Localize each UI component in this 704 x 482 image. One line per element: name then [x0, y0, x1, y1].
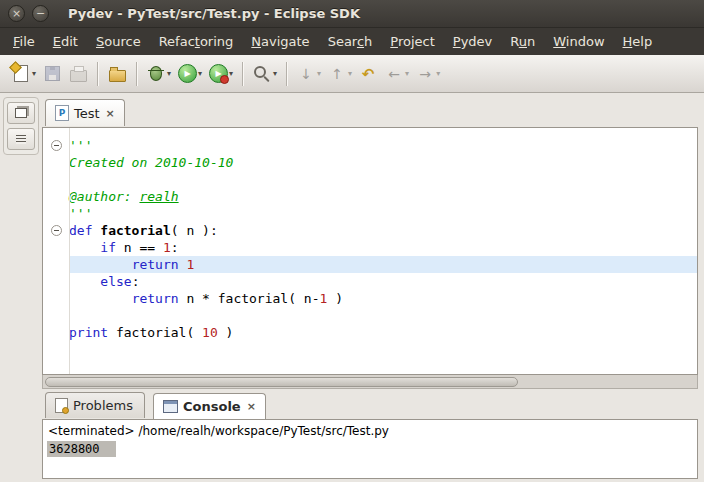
code-token: realh [139, 189, 178, 204]
next-annotation-icon: ↓ [296, 64, 316, 84]
new-document-icon [11, 64, 31, 84]
debug-button[interactable]: ▾ [143, 62, 174, 86]
title-bar: × − Pydev - PyTest/src/Test.py - Eclipse… [0, 0, 704, 28]
debug-bug-icon [146, 64, 166, 84]
chevron-down-icon[interactable]: ▾ [198, 69, 202, 78]
tab-close-icon[interactable]: × [247, 401, 256, 412]
code-line[interactable]: def factorial( n ): [43, 222, 697, 239]
code-editor[interactable]: '''Created on 2010-10-10@author: realh''… [42, 127, 698, 375]
code-line[interactable]: print factorial( 10 ) [43, 324, 697, 341]
chevron-down-icon[interactable]: ▾ [273, 69, 277, 78]
chevron-down-icon[interactable]: ▾ [229, 69, 233, 78]
restore-icon [15, 108, 27, 118]
menu-item-edit[interactable]: Edit [44, 29, 87, 55]
code-line[interactable] [43, 171, 697, 188]
collapse-icon[interactable] [51, 225, 62, 236]
fast-view-box [3, 97, 39, 155]
code-line[interactable]: return 1 [43, 256, 697, 273]
code-token: else [100, 274, 131, 289]
menu-item-window[interactable]: Window [544, 29, 613, 55]
tab-label: Problems [73, 398, 133, 413]
external-tools-icon: ▶ [208, 64, 228, 84]
chevron-down-icon: ▾ [348, 69, 352, 78]
menu-item-help[interactable]: Help [614, 29, 662, 55]
last-edit-location-button[interactable]: ↶ [355, 62, 381, 86]
chevron-down-icon: ▾ [436, 69, 440, 78]
code-token: return [132, 291, 179, 306]
editor-tab-row: P Test × [42, 99, 698, 127]
fold-margin [43, 273, 69, 290]
code-line[interactable]: else: [43, 273, 697, 290]
tab-test[interactable]: P Test × [45, 99, 125, 126]
toolbar-separator [97, 62, 98, 86]
code-line[interactable]: Created on 2010-10-10 [43, 154, 697, 171]
code-line-text: print factorial( 10 ) [69, 324, 697, 341]
chevron-down-icon: ▾ [317, 69, 321, 78]
last-edit-icon: ↶ [358, 64, 378, 84]
chevron-down-icon[interactable]: ▾ [167, 69, 171, 78]
list-icon [16, 135, 26, 144]
menu-item-navigate[interactable]: Navigate [242, 29, 318, 55]
prev-annotation-icon: ↑ [327, 64, 347, 84]
horizontal-scrollbar[interactable] [42, 375, 698, 389]
chevron-down-icon: ▾ [405, 69, 409, 78]
new-wizard-button[interactable]: ▾ [8, 62, 39, 86]
fold-margin [43, 256, 69, 273]
code-token: ''' [69, 138, 92, 153]
code-line[interactable]: ''' [43, 137, 697, 154]
menu-item-run[interactable]: Run [501, 29, 544, 55]
code-line[interactable]: @author: realh [43, 188, 697, 205]
chevron-down-icon[interactable]: ▾ [32, 69, 36, 78]
code-token: : [132, 274, 140, 289]
external-tools-button[interactable]: ▶ ▾ [205, 62, 236, 86]
minimize-button[interactable]: − [32, 5, 49, 22]
save-icon [42, 64, 62, 84]
menu-item-project[interactable]: Project [381, 29, 444, 55]
open-wizard-button[interactable] [104, 62, 130, 86]
code-token: 1 [186, 257, 194, 272]
scrollbar-thumb[interactable] [45, 377, 518, 387]
code-token: n * factorial( n- [179, 291, 320, 306]
code-line[interactable]: if n == 1: [43, 239, 697, 256]
fold-margin [43, 188, 69, 205]
tab-problems[interactable]: Problems [45, 392, 145, 418]
run-button[interactable]: ▶ ▾ [174, 62, 205, 86]
code-line[interactable]: return n * factorial( n-1 ) [43, 290, 697, 307]
code-line-text: ''' [69, 205, 697, 222]
code-token: @author: [69, 189, 139, 204]
code-token: Created on 2010-10-10 [69, 155, 233, 170]
toolbar-separator [136, 62, 137, 86]
code-line-text [69, 171, 697, 188]
code-line-text: ''' [69, 137, 697, 154]
tab-label: Test [74, 106, 100, 121]
back-icon: ← [384, 64, 404, 84]
menu-item-file[interactable]: File [4, 29, 44, 55]
code-line[interactable]: ''' [43, 205, 697, 222]
menu-item-refactoring[interactable]: Refactoring [150, 29, 243, 55]
tab-close-icon[interactable]: × [106, 108, 115, 119]
code-token: 10 [202, 325, 218, 340]
view-menu-button[interactable] [7, 128, 35, 150]
fold-margin [43, 307, 69, 324]
menu-item-search[interactable]: Search [319, 29, 382, 55]
console-output: 3628800 [47, 441, 116, 457]
tab-console[interactable]: Console × [153, 393, 266, 419]
fold-margin [43, 239, 69, 256]
bottom-panel: Problems Console × <terminated> /home/re… [42, 392, 698, 479]
console-view[interactable]: <terminated> /home/realh/workspace/PyTes… [42, 419, 698, 479]
code-line[interactable] [43, 307, 697, 324]
toolbar-separator [286, 62, 287, 86]
menu-item-source[interactable]: Source [87, 29, 150, 55]
console-output-line: 3628800 [43, 441, 697, 457]
forward-button: → ▾ [412, 62, 443, 86]
menu-item-pydev[interactable]: Pydev [444, 29, 501, 55]
code-token: n == [116, 240, 163, 255]
python-file-icon: P [55, 105, 69, 121]
prev-annotation-button: ↑ ▾ [324, 62, 355, 86]
fold-margin [43, 171, 69, 188]
close-button[interactable]: × [8, 5, 25, 22]
code-token: factorial( [108, 325, 202, 340]
restore-views-button[interactable] [7, 102, 35, 124]
search-button[interactable]: ▾ [249, 62, 280, 86]
collapse-icon[interactable] [51, 140, 62, 151]
